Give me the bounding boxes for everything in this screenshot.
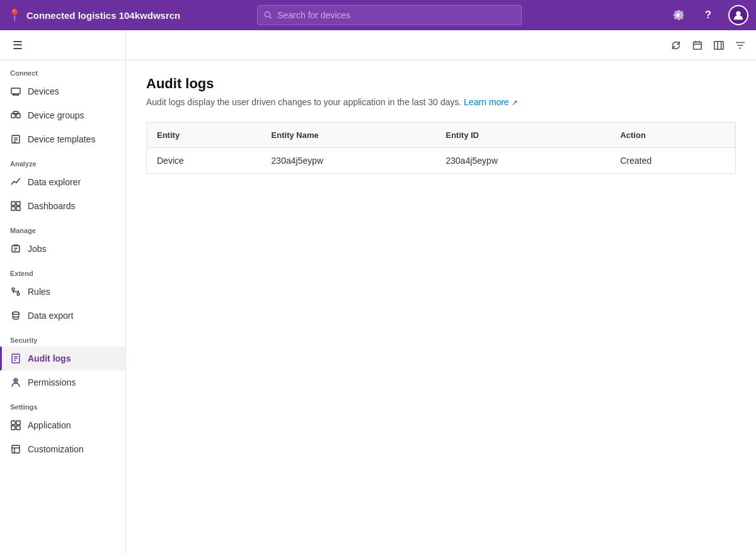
svg-point-32	[15, 380, 17, 382]
page-description: Audit logs display the user driven chang…	[146, 97, 736, 107]
table-header-row: Entity Entity Name Entity ID Action	[147, 123, 736, 148]
svg-rect-17	[16, 207, 20, 210]
sidebar-top: ☰	[0, 30, 125, 60]
audit-logs-icon	[10, 353, 21, 364]
learn-more-link[interactable]: Learn more ↗	[464, 97, 517, 107]
svg-rect-3	[11, 88, 20, 94]
search-input[interactable]	[277, 10, 515, 20]
device-groups-label: Device groups	[28, 110, 84, 120]
svg-rect-40	[694, 42, 702, 49]
dashboards-icon	[10, 200, 21, 212]
cell-action: Created	[610, 148, 735, 174]
rules-icon	[10, 286, 21, 297]
sidebar-item-devices[interactable]: Devices	[0, 79, 125, 103]
device-templates-icon	[10, 134, 21, 145]
svg-line-1	[270, 16, 272, 18]
content-toolbar	[126, 30, 756, 60]
svg-rect-44	[714, 41, 723, 49]
sidebar-item-data-explorer[interactable]: Data explorer	[0, 170, 125, 194]
device-templates-label: Device templates	[28, 134, 95, 144]
audit-table: Entity Entity Name Entity ID Action Devi…	[146, 122, 736, 174]
sidebar-item-customization[interactable]: Customization	[0, 437, 125, 461]
table-row: Device230a4j5eypw230a4j5eypwCreated	[147, 148, 736, 174]
cell-entity: Device	[147, 148, 261, 174]
app-header: 📍 Connected logistics 104kwdwsrcn ?	[0, 0, 756, 30]
svg-rect-37	[12, 445, 20, 453]
device-groups-icon	[10, 110, 21, 121]
avatar-icon	[733, 9, 744, 21]
user-avatar[interactable]	[728, 5, 748, 25]
data-export-label: Data export	[28, 311, 73, 321]
svg-point-26	[13, 312, 19, 314]
gear-icon	[672, 9, 684, 21]
search-icon	[264, 11, 272, 20]
sidebar-item-audit-logs[interactable]: Audit logs	[0, 346, 125, 370]
section-label-analyze: Analyze	[0, 151, 125, 170]
data-export-icon	[10, 310, 21, 321]
application-label: Application	[28, 420, 71, 430]
sidebar-item-permissions[interactable]: Permissions	[0, 370, 125, 394]
customization-label: Customization	[28, 444, 84, 454]
sidebar-item-jobs[interactable]: Jobs	[0, 237, 125, 261]
cell-entity_name: 230a4j5eypw	[261, 148, 436, 174]
section-label-extend: Extend	[0, 261, 125, 280]
main-content: Audit logs Audit logs display the user d…	[126, 30, 756, 555]
page-title: Audit logs	[146, 76, 736, 92]
sidebar-item-rules[interactable]: Rules	[0, 280, 125, 304]
calendar-button[interactable]	[692, 40, 703, 51]
section-label-manage: Manage	[0, 218, 125, 237]
columns-button[interactable]	[713, 40, 724, 51]
application-icon	[10, 420, 21, 431]
svg-rect-15	[16, 202, 20, 205]
svg-rect-14	[11, 202, 15, 205]
sidebar-item-dashboards[interactable]: Dashboards	[0, 194, 125, 218]
main-layout: ☰ Connect Devices	[0, 30, 756, 555]
sidebar-item-data-export[interactable]: Data export	[0, 304, 125, 328]
col-entity: Entity	[147, 123, 261, 148]
svg-point-22	[17, 293, 20, 295]
sidebar-item-device-templates[interactable]: Device templates	[0, 127, 125, 151]
svg-rect-35	[11, 426, 15, 430]
col-entity-id: Entity ID	[436, 123, 610, 148]
section-label-connect: Connect	[0, 60, 125, 79]
customization-icon	[10, 443, 21, 455]
dashboards-label: Dashboards	[28, 201, 76, 211]
settings-button[interactable]	[668, 5, 688, 25]
svg-rect-33	[11, 421, 15, 425]
audit-logs-label: Audit logs	[28, 353, 71, 363]
logo-icon: 📍	[8, 8, 21, 22]
permissions-label: Permissions	[28, 377, 76, 387]
help-button[interactable]: ?	[698, 5, 718, 25]
permissions-icon	[10, 377, 21, 388]
svg-rect-34	[16, 421, 20, 425]
svg-point-21	[12, 288, 14, 290]
search-bar[interactable]	[257, 5, 522, 25]
sidebar-item-application[interactable]: Application	[0, 413, 125, 437]
help-icon: ?	[705, 9, 711, 21]
svg-rect-9	[13, 112, 18, 114]
section-label-security: Security	[0, 328, 125, 346]
data-explorer-label: Data explorer	[28, 177, 81, 187]
header-actions: ?	[668, 5, 748, 25]
app-title: Connected logistics 104kwdwsrcn	[26, 10, 180, 21]
rules-label: Rules	[28, 287, 50, 297]
svg-point-2	[736, 11, 740, 16]
app-logo: 📍 Connected logistics 104kwdwsrcn	[8, 8, 180, 22]
content-body: Audit logs Audit logs display the user d…	[126, 60, 756, 555]
hamburger-button[interactable]: ☰	[8, 35, 28, 55]
jobs-icon	[10, 243, 21, 255]
filter-button[interactable]	[735, 40, 746, 51]
devices-icon	[10, 86, 21, 97]
svg-rect-18	[12, 246, 20, 252]
external-link-icon: ↗	[512, 98, 518, 107]
sidebar: ☰ Connect Devices	[0, 30, 126, 555]
refresh-button[interactable]	[670, 40, 682, 51]
col-action: Action	[610, 123, 735, 148]
sidebar-item-device-groups[interactable]: Device groups	[0, 103, 125, 127]
cell-entity_id: 230a4j5eypw	[436, 148, 610, 174]
jobs-label: Jobs	[28, 244, 47, 254]
section-label-settings: Settings	[0, 394, 125, 413]
devices-label: Devices	[28, 86, 59, 96]
svg-rect-36	[16, 426, 20, 430]
col-entity-name: Entity Name	[261, 123, 436, 148]
